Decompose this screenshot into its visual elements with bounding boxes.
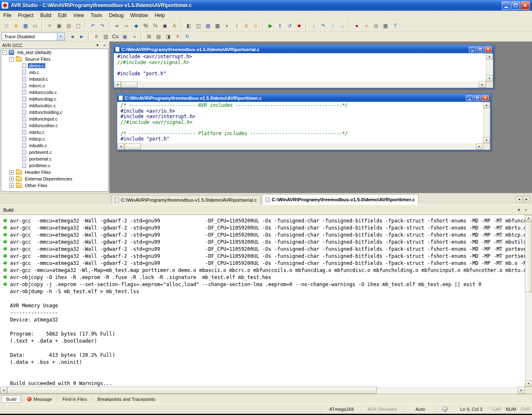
zoom-icon[interactable]: ◉ (160, 21, 170, 30)
trace-window-icon[interactable]: σ (241, 21, 251, 30)
scroll-right-icon[interactable]: ► (476, 143, 483, 150)
tree-item-file[interactable]: mbfuncother.c (1, 122, 108, 129)
auto-step-icon[interactable]: » (130, 32, 139, 41)
toggle-breakpoint-icon[interactable]: ● (352, 21, 362, 30)
restore-button[interactable] (474, 95, 481, 101)
tree-item-file[interactable]: porttimer.c (1, 162, 108, 169)
tree-item-file[interactable]: mbcrc.c (1, 82, 108, 89)
disassembler-icon[interactable]: ≡ (91, 32, 101, 41)
scroll-right-icon[interactable]: ► (518, 387, 525, 394)
close-icon[interactable]: × (102, 43, 107, 47)
minimize-button[interactable] (466, 95, 473, 101)
tree-item-file[interactable]: mbfuncholding.c (1, 109, 108, 116)
help-icon[interactable]: ? (390, 21, 400, 30)
menu-item-debug[interactable]: Debug (106, 11, 127, 20)
delete-icon[interactable]: ▢ (74, 21, 83, 30)
scroll-down-icon[interactable]: ▼ (525, 380, 532, 387)
scroll-down-icon[interactable]: ▼ (483, 137, 490, 143)
vertical-scrollbar[interactable]: ▲ ▼ (486, 53, 493, 82)
auto-icon[interactable]: A (170, 21, 179, 30)
co-view-icon[interactable]: Co (111, 32, 120, 41)
menu-item-file[interactable]: File (0, 11, 15, 20)
close-button[interactable]: × (485, 47, 492, 52)
scroll-right-icon[interactable]: ► (479, 82, 486, 88)
restore-button[interactable] (477, 47, 484, 52)
expand-icon[interactable]: + (9, 177, 14, 181)
tree-item-file[interactable]: mbutils.c (1, 142, 108, 149)
step-over-icon[interactable]: ↷ (318, 21, 328, 30)
forward-icon[interactable]: ► (77, 32, 86, 41)
new-file-icon[interactable]: □ (2, 21, 11, 30)
cut-icon[interactable]: × (45, 21, 54, 30)
horizontal-scrollbar[interactable]: ◄ ► (0, 387, 525, 394)
tree-item-file[interactable]: portserial.c (1, 156, 108, 162)
menu-item-window[interactable]: Window (127, 11, 151, 20)
tree-item-file[interactable]: mbfuncdiag.c (1, 96, 108, 102)
run-icon[interactable]: ▶ (266, 21, 275, 30)
scroll-up-icon[interactable]: ▲ (525, 215, 532, 221)
tree-group[interactable]: +Other Files (1, 182, 108, 189)
menu-item-build[interactable]: Build (37, 11, 55, 20)
editor-titlebar[interactable]: C:\WinAVR\Programy\freemodbus-v1.5.0\dem… (117, 94, 490, 102)
save-icon[interactable]: ▦ (21, 21, 30, 30)
tree-item-file[interactable]: mbtcp.c (1, 136, 108, 142)
copy-icon[interactable]: ▣ (54, 21, 64, 30)
expand-icon[interactable]: + (9, 170, 14, 175)
horizontal-scrollbar[interactable]: ◄ ► (117, 143, 490, 150)
chevron-down-icon[interactable]: ▼ (516, 208, 522, 212)
fraction-icon[interactable]: ¼ (150, 21, 160, 30)
document-tab[interactable]: C:\WinAVR\Programy\freemodbus-v1.5.0\dem… (262, 194, 419, 205)
menu-item-project[interactable]: Project (15, 11, 37, 20)
collapse-icon[interactable]: - (2, 50, 7, 55)
code-area[interactable]: /* ----------------------- AVR includes … (117, 102, 483, 143)
find-icon[interactable]: ∞ (112, 21, 122, 30)
smiley-icon[interactable]: ☺ (251, 21, 261, 30)
vertical-scrollbar[interactable]: ▲ ▼ (483, 102, 490, 143)
tree-item-file[interactable]: mbfunccoils.c (1, 89, 108, 96)
editor-titlebar[interactable]: C:\WinAVR\Programy\freemodbus-v1.5.0\dem… (114, 45, 493, 53)
vertical-scrollbar[interactable]: ▲ ▼ (525, 215, 532, 387)
step-out-icon[interactable]: ↑ (328, 21, 337, 30)
percent-icon[interactable]: % (141, 21, 150, 30)
find-in-files-icon[interactable]: ∞ (122, 21, 131, 30)
code-area[interactable]: #include <avr/interrupt.h>//#include <av… (114, 53, 486, 82)
tree-item-file[interactable]: mbfuncinput.c (1, 116, 108, 122)
tabs-scroll-right-icon[interactable]: ► (523, 196, 530, 203)
scrollbar-thumb[interactable] (124, 143, 141, 150)
memory-view-icon[interactable]: ▩ (213, 21, 222, 30)
scrollbar-thumb[interactable] (525, 222, 532, 292)
close-button[interactable]: × (482, 95, 489, 101)
pause-icon[interactable]: ‖ (275, 21, 285, 30)
tree-item-file[interactable]: portevent.c (1, 149, 108, 156)
print-icon[interactable]: ▭ (30, 21, 40, 30)
output-tab-message[interactable]: Message (23, 395, 56, 403)
scroll-left-icon[interactable]: ◄ (0, 387, 7, 394)
quickwatch-icon[interactable]: ◎ (371, 21, 381, 30)
chip-settings-icon[interactable]: ▦ (381, 21, 390, 30)
expand-icon[interactable]: + (9, 183, 14, 188)
redo-icon[interactable]: ↷ (98, 21, 107, 30)
close-button[interactable]: × (521, 1, 530, 10)
watch-window-icon[interactable]: ◐ (222, 21, 232, 30)
io-view-icon[interactable]: ▤ (154, 32, 163, 41)
output-tab-build[interactable]: Build (2, 395, 21, 403)
scroll-left-icon[interactable]: ◄ (117, 143, 124, 150)
open-folder-icon[interactable]: ■ (11, 21, 21, 30)
reset-icon[interactable]: ↺ (285, 21, 294, 30)
project-tree[interactable]: -mb_test (default)-Source Filesdemo.cmb.… (1, 49, 108, 192)
scroll-up-icon[interactable]: ▲ (483, 102, 490, 108)
chevron-down-icon[interactable]: ▼ (95, 43, 100, 47)
chevron-down-icon[interactable]: ▼ (57, 33, 64, 40)
step-into-icon[interactable]: ↓ (309, 21, 318, 30)
tree-item-file[interactable]: mb.c (1, 69, 108, 76)
menu-item-edit[interactable]: Edit (54, 11, 70, 20)
scrollbar-thumb[interactable] (121, 82, 138, 88)
tree-group[interactable]: +External Dependencies (1, 175, 108, 182)
paste-icon[interactable]: ▤ (64, 21, 74, 30)
scroll-down-icon[interactable]: ▼ (486, 75, 493, 82)
processor-view-icon[interactable]: ▦ (203, 21, 213, 30)
minimize-button[interactable] (502, 1, 510, 10)
document-tab[interactable]: C:\WinAVR\Programy\freemodbus-v1.5.0\dem… (111, 195, 261, 205)
scroll-left-icon[interactable]: ◄ (114, 82, 121, 88)
scroll-up-icon[interactable]: ▲ (486, 53, 493, 59)
